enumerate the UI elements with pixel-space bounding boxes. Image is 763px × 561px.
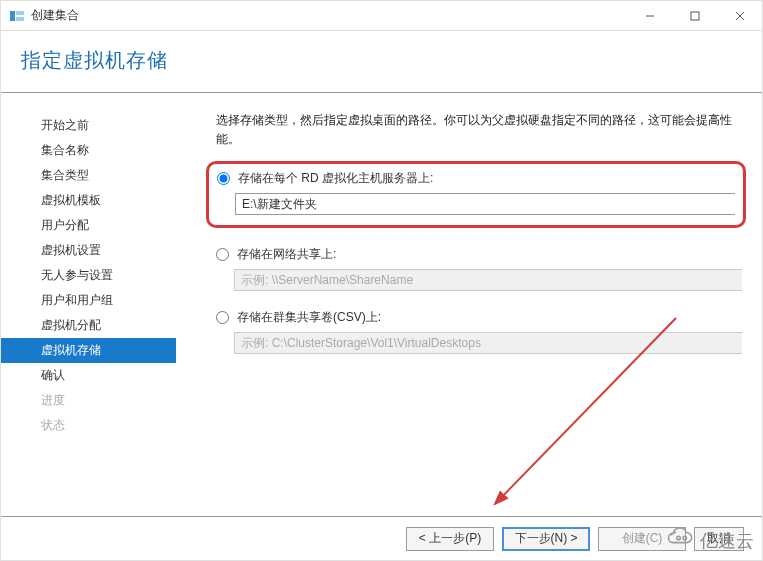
sidebar-item-collection-type[interactable]: 集合类型 bbox=[1, 163, 176, 188]
app-icon bbox=[9, 5, 31, 27]
radio-csv[interactable] bbox=[216, 311, 229, 324]
body: 开始之前 集合名称 集合类型 虚拟机模板 用户分配 虚拟机设置 无人参与设置 用… bbox=[1, 93, 762, 516]
next-button[interactable]: 下一步(N) > bbox=[502, 527, 590, 551]
titlebar: 创建集合 bbox=[1, 1, 762, 31]
csv-path-input bbox=[234, 332, 742, 354]
sidebar-item-vm-assignment[interactable]: 虚拟机分配 bbox=[1, 313, 176, 338]
sidebar-item-status: 状态 bbox=[1, 413, 176, 438]
sidebar-item-vm-settings[interactable]: 虚拟机设置 bbox=[1, 238, 176, 263]
page-title: 指定虚拟机存储 bbox=[21, 47, 742, 74]
sidebar-item-confirm[interactable]: 确认 bbox=[1, 363, 176, 388]
svg-rect-1 bbox=[16, 11, 24, 15]
network-share-path-input bbox=[234, 269, 742, 291]
sidebar-item-user-assignment[interactable]: 用户分配 bbox=[1, 213, 176, 238]
svg-rect-2 bbox=[16, 17, 24, 21]
sidebar-item-unattended-settings[interactable]: 无人参与设置 bbox=[1, 263, 176, 288]
window-title: 创建集合 bbox=[31, 7, 627, 24]
description-text: 选择存储类型，然后指定虚拟桌面的路径。你可以为父虚拟硬盘指定不同的路径，这可能会… bbox=[216, 111, 742, 149]
radio-network-share-label: 存储在网络共享上: bbox=[237, 246, 336, 263]
maximize-button[interactable] bbox=[672, 1, 717, 31]
cloud-icon bbox=[660, 527, 694, 554]
previous-button[interactable]: < 上一步(P) bbox=[406, 527, 494, 551]
local-storage-path-input[interactable] bbox=[235, 193, 735, 215]
svg-point-10 bbox=[677, 536, 681, 540]
option-local-storage: 存储在每个 RD 虚拟化主机服务器上: bbox=[206, 161, 746, 228]
sidebar: 开始之前 集合名称 集合类型 虚拟机模板 用户分配 虚拟机设置 无人参与设置 用… bbox=[1, 93, 176, 516]
radio-local-storage-label: 存储在每个 RD 虚拟化主机服务器上: bbox=[238, 170, 433, 187]
watermark-text: 亿速云 bbox=[700, 529, 754, 553]
sidebar-item-vm-template[interactable]: 虚拟机模板 bbox=[1, 188, 176, 213]
sidebar-item-vm-storage[interactable]: 虚拟机存储 bbox=[1, 338, 176, 363]
window-controls bbox=[627, 1, 762, 31]
watermark: 亿速云 bbox=[660, 527, 754, 554]
sidebar-item-collection-name[interactable]: 集合名称 bbox=[1, 138, 176, 163]
footer: < 上一步(P) 下一步(N) > 创建(C) 取消 bbox=[1, 516, 762, 560]
sidebar-item-users-groups[interactable]: 用户和用户组 bbox=[1, 288, 176, 313]
radio-csv-label: 存储在群集共享卷(CSV)上: bbox=[237, 309, 381, 326]
option-network-share: 存储在网络共享上: bbox=[216, 246, 742, 291]
header: 指定虚拟机存储 bbox=[1, 31, 762, 93]
radio-network-share[interactable] bbox=[216, 248, 229, 261]
close-button[interactable] bbox=[717, 1, 762, 31]
minimize-button[interactable] bbox=[627, 1, 672, 31]
content: 选择存储类型，然后指定虚拟桌面的路径。你可以为父虚拟硬盘指定不同的路径，这可能会… bbox=[176, 93, 762, 516]
sidebar-item-before-you-begin[interactable]: 开始之前 bbox=[1, 113, 176, 138]
svg-rect-4 bbox=[691, 12, 699, 20]
svg-point-9 bbox=[683, 536, 687, 540]
sidebar-item-progress: 进度 bbox=[1, 388, 176, 413]
svg-rect-0 bbox=[10, 11, 15, 21]
radio-local-storage[interactable] bbox=[217, 172, 230, 185]
option-csv: 存储在群集共享卷(CSV)上: bbox=[216, 309, 742, 354]
